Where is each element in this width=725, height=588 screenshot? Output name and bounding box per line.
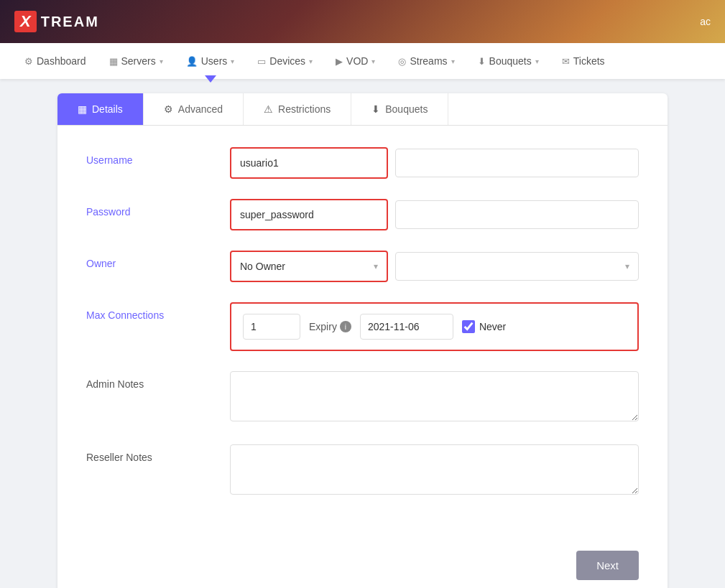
vod-icon: ▶ bbox=[336, 56, 343, 67]
bouquets-chevron-icon: ▾ bbox=[535, 57, 539, 65]
devices-icon: ▭ bbox=[257, 56, 266, 67]
nav-bouquets-label: Bouquets bbox=[489, 55, 532, 67]
nav-dashboard-label: Dashboard bbox=[37, 55, 86, 67]
nav-streams-label: Streams bbox=[410, 55, 447, 67]
main-content: ▦ Details ⚙ Advanced ⚠ Restrictions ⬇ Bo… bbox=[0, 79, 725, 588]
streams-icon: ◎ bbox=[398, 56, 406, 67]
username-control bbox=[230, 147, 639, 179]
tab-details[interactable]: ▦ Details bbox=[57, 93, 144, 125]
owner-row: Owner No Owner ▾ ▾ bbox=[86, 251, 639, 282]
nav-devices[interactable]: ▭ Devices ▾ bbox=[247, 50, 323, 73]
expiry-date-input[interactable] bbox=[360, 314, 453, 340]
vod-chevron-icon: ▾ bbox=[371, 57, 375, 65]
tab-restrictions-label: Restrictions bbox=[278, 103, 331, 115]
nav-bouquets[interactable]: ⬇ Bouquets ▾ bbox=[468, 50, 549, 73]
owner-label: Owner bbox=[86, 251, 230, 269]
tab-bouquets-label: Bouquets bbox=[385, 103, 428, 115]
nav-servers-label: Servers bbox=[121, 55, 156, 67]
tickets-icon: ✉ bbox=[562, 56, 570, 67]
form-footer: Next bbox=[57, 539, 668, 588]
advanced-tab-icon: ⚙ bbox=[164, 103, 173, 115]
navbar: ⚙ Dashboard ▦ Servers ▾ 👤 Users ▾ ▭ Devi… bbox=[0, 43, 725, 79]
nav-servers[interactable]: ▦ Servers ▾ bbox=[99, 50, 173, 73]
username-input[interactable] bbox=[231, 149, 387, 177]
devices-chevron-icon: ▾ bbox=[309, 57, 313, 65]
bouquets-tab-icon: ⬇ bbox=[371, 103, 380, 115]
logo: X TREAM bbox=[14, 11, 99, 32]
owner-select-wrapper: No Owner ▾ bbox=[230, 251, 388, 282]
details-tab-icon: ▦ bbox=[78, 103, 87, 115]
reseller-notes-control bbox=[230, 444, 639, 498]
admin-notes-label: Admin Notes bbox=[86, 371, 230, 390]
password-label: Password bbox=[86, 199, 230, 218]
username-highlighted-wrapper bbox=[230, 147, 388, 179]
max-connections-label: Max Connections bbox=[86, 302, 230, 321]
username-extra-input[interactable] bbox=[395, 149, 639, 177]
expiry-text: Expiry bbox=[309, 321, 337, 332]
owner-input-group: No Owner ▾ ▾ bbox=[230, 251, 639, 282]
expiry-info-icon[interactable]: i bbox=[340, 321, 351, 332]
reseller-notes-label: Reseller Notes bbox=[86, 444, 230, 463]
never-group: Never bbox=[462, 320, 506, 333]
nav-vod[interactable]: ▶ VOD ▾ bbox=[325, 50, 385, 73]
expiry-label-group: Expiry i bbox=[309, 321, 351, 332]
next-button[interactable]: Next bbox=[576, 551, 639, 580]
password-input[interactable] bbox=[231, 200, 387, 229]
tab-advanced[interactable]: ⚙ Advanced bbox=[144, 93, 244, 125]
streams-chevron-icon: ▾ bbox=[451, 57, 455, 65]
users-icon: 👤 bbox=[186, 56, 198, 67]
tab-restrictions[interactable]: ⚠ Restrictions bbox=[244, 93, 351, 125]
never-label: Never bbox=[479, 321, 506, 332]
owner-select[interactable]: No Owner bbox=[231, 252, 387, 281]
nav-users[interactable]: 👤 Users ▾ bbox=[176, 50, 245, 73]
password-control bbox=[230, 199, 639, 230]
dashboard-icon: ⚙ bbox=[24, 56, 33, 67]
admin-notes-row: Admin Notes bbox=[86, 371, 639, 424]
username-label: Username bbox=[86, 147, 230, 166]
nav-tickets[interactable]: ✉ Tickets bbox=[552, 50, 615, 73]
max-connections-input[interactable] bbox=[243, 314, 300, 340]
restrictions-tab-icon: ⚠ bbox=[264, 103, 273, 115]
tab-advanced-label: Advanced bbox=[178, 103, 223, 115]
logo-text: TREAM bbox=[41, 14, 99, 30]
connections-group: Expiry i Never bbox=[230, 302, 639, 351]
nav-tickets-label: Tickets bbox=[573, 55, 605, 67]
nav-users-label: Users bbox=[201, 55, 228, 67]
nav-dashboard[interactable]: ⚙ Dashboard bbox=[14, 50, 96, 73]
password-row: Password bbox=[86, 199, 639, 230]
nav-streams[interactable]: ◎ Streams ▾ bbox=[388, 50, 464, 73]
admin-notes-control bbox=[230, 371, 639, 424]
password-highlighted-wrapper bbox=[230, 199, 388, 230]
bouquets-icon: ⬇ bbox=[478, 56, 486, 67]
tab-bouquets[interactable]: ⬇ Bouquets bbox=[351, 93, 448, 125]
admin-notes-textarea[interactable] bbox=[230, 371, 639, 421]
tabs: ▦ Details ⚙ Advanced ⚠ Restrictions ⬇ Bo… bbox=[57, 93, 668, 126]
users-chevron-icon: ▾ bbox=[231, 57, 234, 65]
logo-x-icon: X bbox=[14, 11, 37, 32]
owner-control: No Owner ▾ ▾ bbox=[230, 251, 639, 282]
servers-chevron-icon: ▾ bbox=[160, 57, 163, 65]
tab-details-label: Details bbox=[92, 103, 123, 115]
password-input-group bbox=[230, 199, 639, 230]
username-input-group bbox=[230, 147, 639, 179]
header: X TREAM ac bbox=[0, 0, 725, 43]
nav-devices-label: Devices bbox=[269, 55, 305, 67]
header-user: ac bbox=[700, 16, 711, 27]
owner-full-chevron-icon: ▾ bbox=[625, 261, 629, 271]
never-checkbox[interactable] bbox=[462, 320, 475, 333]
form-body: Username Password bbox=[57, 126, 668, 539]
max-connections-row: Max Connections Expiry i Never bbox=[86, 302, 639, 351]
reseller-notes-row: Reseller Notes bbox=[86, 444, 639, 498]
nav-vod-label: VOD bbox=[346, 55, 368, 67]
tab-panel: ▦ Details ⚙ Advanced ⚠ Restrictions ⬇ Bo… bbox=[57, 93, 668, 588]
max-connections-control: Expiry i Never bbox=[230, 302, 639, 351]
servers-icon: ▦ bbox=[109, 56, 118, 67]
password-extra-input[interactable] bbox=[395, 200, 639, 229]
reseller-notes-textarea[interactable] bbox=[230, 444, 639, 495]
username-row: Username bbox=[86, 147, 639, 179]
